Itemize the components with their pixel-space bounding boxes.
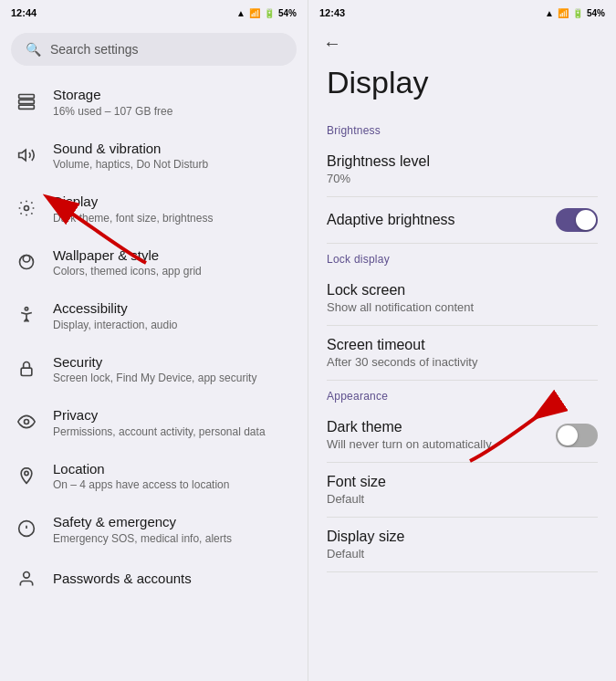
wallpaper-icon	[15, 250, 38, 274]
security-text: SecurityScreen lock, Find My Device, app…	[53, 353, 293, 385]
display-item-subtitle-dark-theme: Will never turn on automatically	[327, 437, 492, 451]
storage-subtitle: 16% used – 107 GB free	[53, 105, 293, 118]
security-subtitle: Screen lock, Find My Device, app securit…	[53, 372, 293, 384]
display-item-text-adaptive-brightness: Adaptive brightness	[327, 212, 455, 228]
settings-item-safety[interactable]: Safety & emergencyEmergency SOS, medical…	[0, 502, 308, 556]
divider	[327, 571, 598, 572]
sound-title: Sound & vibration	[53, 140, 293, 158]
display-item-title-screen-timeout: Screen timeout	[327, 337, 477, 353]
safety-icon	[15, 517, 38, 540]
svg-rect-2	[19, 105, 35, 109]
display-item-row-font-size: Font sizeDefault	[327, 474, 598, 506]
display-subtitle: Dark theme, font size, brightness	[53, 212, 293, 225]
search-placeholder: Search settings	[50, 42, 139, 57]
display-item-text-lock-screen: Lock screenShow all notification content	[327, 282, 474, 314]
location-text: LocationOn – 4 apps have access to locat…	[53, 460, 293, 492]
settings-item-security[interactable]: SecurityScreen lock, Find My Device, app…	[0, 342, 308, 396]
display-title: Display	[53, 193, 293, 211]
section-label-appearance: Appearance	[327, 381, 598, 408]
sound-icon	[15, 143, 38, 167]
display-item-row-display-size: Display sizeDefault	[327, 529, 598, 561]
toggle-adaptive-brightness[interactable]	[556, 208, 598, 232]
display-item-display-size[interactable]: Display sizeDefault	[327, 518, 598, 571]
display-item-dark-theme[interactable]: Dark themeWill never turn on automatical…	[327, 408, 598, 462]
safety-subtitle: Emergency SOS, medical info, alerts	[53, 532, 293, 545]
wallpaper-subtitle: Colors, themed icons, app grid	[53, 265, 293, 278]
display-item-text-font-size: Font sizeDefault	[327, 474, 386, 506]
left-panel: 12:44 ▲ 📶 🔋 54% 🔍 Search settings Storag…	[0, 0, 308, 681]
display-item-subtitle-display-size: Default	[327, 547, 404, 561]
settings-item-sound[interactable]: Sound & vibrationVolume, haptics, Do Not…	[0, 129, 308, 183]
settings-item-privacy[interactable]: PrivacyPermissions, account activity, pe…	[0, 395, 308, 449]
display-item-title-lock-screen: Lock screen	[327, 282, 474, 299]
right-time: 12:43	[319, 7, 345, 18]
sound-text: Sound & vibrationVolume, haptics, Do Not…	[53, 140, 293, 172]
privacy-title: Privacy	[53, 406, 293, 424]
security-title: Security	[53, 353, 293, 372]
svg-point-9	[25, 471, 28, 475]
svg-rect-1	[19, 100, 35, 104]
display-item-screen-timeout[interactable]: Screen timeoutAfter 30 seconds of inacti…	[327, 326, 598, 380]
display-item-text-dark-theme: Dark themeWill never turn on automatical…	[327, 419, 492, 451]
battery-icon: 🔋	[264, 8, 275, 18]
wallpaper-title: Wallpaper & style	[53, 246, 293, 265]
storage-icon	[15, 89, 38, 113]
left-time: 12:44	[11, 7, 37, 18]
accessibility-title: Accessibility	[53, 299, 293, 318]
safety-text: Safety & emergencyEmergency SOS, medical…	[53, 513, 293, 545]
svg-rect-7	[21, 368, 32, 375]
location-icon	[15, 464, 38, 487]
display-item-adaptive-brightness[interactable]: Adaptive brightness	[327, 197, 598, 243]
right-wifi-icon: ▲	[545, 8, 554, 18]
right-status-icons: ▲ 📶 🔋 54%	[545, 8, 605, 18]
toggle-dark-theme[interactable]	[556, 424, 598, 447]
sound-subtitle: Volume, haptics, Do Not Disturb	[53, 158, 293, 171]
display-item-subtitle-screen-timeout: After 30 seconds of inactivity	[327, 355, 477, 369]
passwords-text: Passwords & accounts	[53, 570, 293, 588]
accessibility-subtitle: Display, interaction, audio	[53, 319, 293, 331]
location-title: Location	[53, 460, 293, 478]
settings-item-wallpaper[interactable]: Wallpaper & styleColors, themed icons, a…	[0, 236, 308, 289]
battery-percent: 54%	[278, 8, 297, 18]
display-item-row-dark-theme: Dark themeWill never turn on automatical…	[327, 419, 598, 451]
section-label-lock-display: Lock display	[327, 244, 598, 271]
display-text: DisplayDark theme, font size, brightness	[53, 193, 293, 225]
passwords-title: Passwords & accounts	[53, 570, 293, 588]
settings-item-passwords[interactable]: Passwords & accounts	[0, 556, 308, 602]
svg-point-4	[25, 206, 29, 211]
left-status-bar: 12:44 ▲ 📶 🔋 54%	[0, 0, 308, 26]
display-item-font-size[interactable]: Font sizeDefault	[327, 463, 598, 517]
settings-list: Storage16% used – 107 GB freeSound & vib…	[0, 75, 308, 681]
toggle-knob-dark-theme	[558, 425, 578, 445]
accessibility-icon	[15, 303, 38, 327]
signal-icon: 📶	[249, 8, 260, 18]
display-item-title-display-size: Display size	[327, 529, 404, 545]
left-status-icons: ▲ 📶 🔋 54%	[236, 8, 297, 18]
display-item-lock-screen[interactable]: Lock screenShow all notification content	[327, 271, 598, 325]
wallpaper-text: Wallpaper & styleColors, themed icons, a…	[53, 246, 293, 278]
security-icon	[15, 357, 38, 381]
right-signal-icon: 📶	[558, 8, 569, 18]
back-button[interactable]: ←	[308, 26, 616, 58]
search-icon: 🔍	[26, 42, 41, 57]
settings-item-display[interactable]: DisplayDark theme, font size, brightness	[0, 182, 308, 236]
display-item-row-brightness-level: Brightness level70%	[327, 153, 598, 185]
svg-point-6	[25, 308, 27, 310]
storage-text: Storage16% used – 107 GB free	[53, 86, 293, 118]
display-item-text-brightness-level: Brightness level70%	[327, 153, 430, 185]
search-bar[interactable]: 🔍 Search settings	[11, 33, 297, 66]
accessibility-text: AccessibilityDisplay, interaction, audio	[53, 299, 293, 331]
page-title: Display	[308, 58, 616, 115]
display-item-brightness-level[interactable]: Brightness level70%	[327, 142, 598, 196]
toggle-knob-adaptive-brightness	[576, 210, 596, 230]
privacy-subtitle: Permissions, account activity, personal …	[53, 425, 293, 438]
display-item-subtitle-font-size: Default	[327, 492, 386, 506]
display-item-subtitle-brightness-level: 70%	[327, 172, 430, 185]
settings-item-storage[interactable]: Storage16% used – 107 GB free	[0, 75, 308, 129]
display-content: BrightnessBrightness level70%Adaptive br…	[308, 115, 616, 681]
settings-item-location[interactable]: LocationOn – 4 apps have access to locat…	[0, 449, 308, 503]
settings-item-accessibility[interactable]: AccessibilityDisplay, interaction, audio	[0, 288, 308, 342]
display-item-text-screen-timeout: Screen timeoutAfter 30 seconds of inacti…	[327, 337, 477, 369]
privacy-text: PrivacyPermissions, account activity, pe…	[53, 406, 293, 438]
display-item-title-font-size: Font size	[327, 474, 386, 490]
